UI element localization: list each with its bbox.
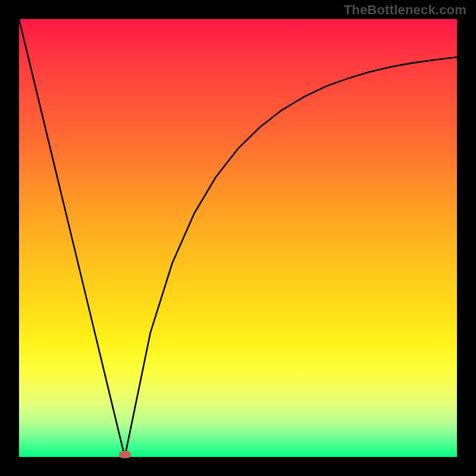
bottleneck-curve [19, 19, 457, 457]
curve-layer [19, 19, 457, 457]
watermark-text: TheBottleneck.com [344, 2, 466, 18]
plot-area [19, 19, 457, 457]
optimum-marker [119, 451, 131, 458]
chart-frame: TheBottleneck.com [0, 0, 476, 476]
